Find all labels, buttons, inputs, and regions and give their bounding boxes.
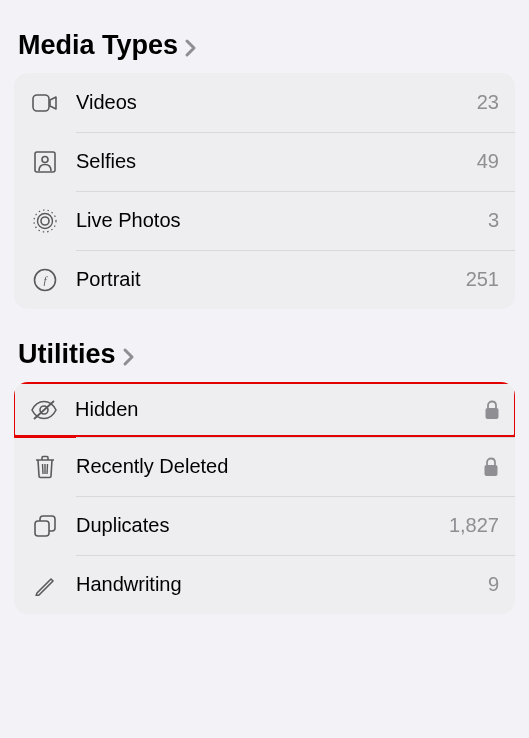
selfie-icon bbox=[30, 147, 60, 177]
svg-point-4 bbox=[38, 213, 53, 228]
lock-icon bbox=[484, 400, 500, 420]
row-selfies[interactable]: Selfies 49 bbox=[14, 132, 515, 191]
aperture-icon: f bbox=[30, 265, 60, 295]
svg-point-3 bbox=[41, 217, 49, 225]
row-count: 251 bbox=[466, 268, 499, 291]
svg-rect-0 bbox=[33, 95, 49, 111]
row-handwriting[interactable]: Handwriting 9 bbox=[14, 555, 515, 614]
chevron-right-icon bbox=[122, 347, 136, 367]
row-recently-deleted[interactable]: Recently Deleted bbox=[14, 437, 515, 496]
row-live-photos[interactable]: Live Photos 3 bbox=[14, 191, 515, 250]
row-label: Portrait bbox=[76, 268, 466, 291]
trash-icon bbox=[30, 452, 60, 482]
row-label: Recently Deleted bbox=[76, 455, 483, 478]
row-videos[interactable]: Videos 23 bbox=[14, 73, 515, 132]
row-count: 3 bbox=[488, 209, 499, 232]
row-count: 9 bbox=[488, 573, 499, 596]
utilities-header[interactable]: Utilities bbox=[14, 309, 515, 382]
media-types-list: Videos 23 Selfies 49 Live Photos 3 f Por… bbox=[14, 73, 515, 309]
row-label: Selfies bbox=[76, 150, 477, 173]
svg-text:f: f bbox=[43, 274, 48, 286]
row-label: Hidden bbox=[75, 398, 484, 421]
duplicate-icon bbox=[30, 511, 60, 541]
svg-line-13 bbox=[47, 464, 48, 474]
row-label: Live Photos bbox=[76, 209, 488, 232]
row-count: 49 bbox=[477, 150, 499, 173]
row-label: Handwriting bbox=[76, 573, 488, 596]
eye-slash-icon bbox=[29, 395, 59, 425]
svg-rect-10 bbox=[486, 408, 499, 419]
row-count: 1,827 bbox=[449, 514, 499, 537]
live-photos-icon bbox=[30, 206, 60, 236]
row-portrait[interactable]: f Portrait 251 bbox=[14, 250, 515, 309]
row-label: Duplicates bbox=[76, 514, 449, 537]
row-hidden[interactable]: Hidden bbox=[14, 382, 515, 438]
lock-icon bbox=[483, 457, 499, 477]
svg-rect-15 bbox=[35, 521, 49, 536]
media-types-title: Media Types bbox=[18, 30, 178, 61]
pencil-icon bbox=[30, 570, 60, 600]
media-types-header[interactable]: Media Types bbox=[14, 0, 515, 73]
utilities-list: Hidden Recently Deleted Duplicates 1,827… bbox=[14, 382, 515, 614]
video-camera-icon bbox=[30, 88, 60, 118]
svg-line-11 bbox=[43, 464, 44, 474]
row-duplicates[interactable]: Duplicates 1,827 bbox=[14, 496, 515, 555]
row-label: Videos bbox=[76, 91, 477, 114]
svg-point-2 bbox=[42, 156, 48, 162]
row-count: 23 bbox=[477, 91, 499, 114]
chevron-right-icon bbox=[184, 38, 198, 58]
utilities-title: Utilities bbox=[18, 339, 116, 370]
svg-rect-14 bbox=[485, 465, 498, 476]
